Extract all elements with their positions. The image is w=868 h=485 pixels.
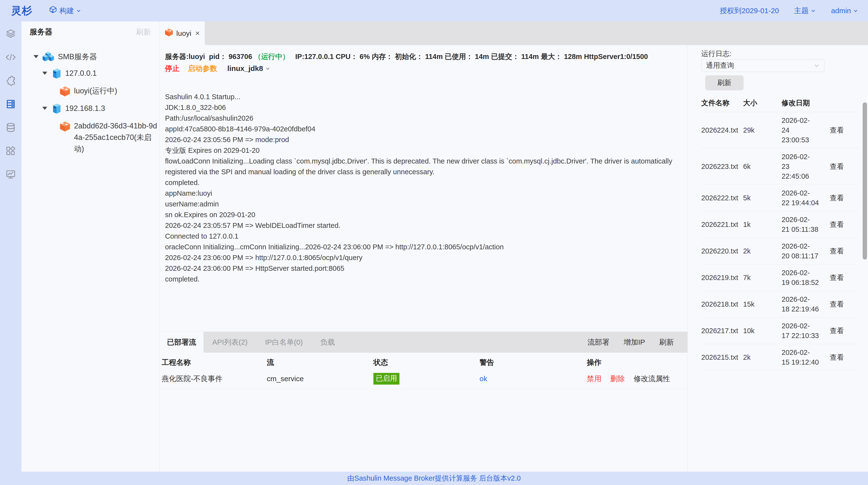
deploy-flow-button[interactable]: 流部署 bbox=[588, 337, 610, 347]
delete-flow-button[interactable]: 删除 bbox=[610, 374, 625, 384]
view-file-link[interactable]: 查看 bbox=[830, 247, 844, 255]
log-line: userName:admin bbox=[165, 199, 680, 209]
file-modified-date: 2026-02- 19 06:18:52 bbox=[782, 264, 830, 291]
column-header-size: 大小 bbox=[743, 95, 782, 112]
view-file-link[interactable]: 查看 bbox=[830, 163, 844, 170]
log-line: 专业版 Expires on 2029-01-20 bbox=[165, 145, 680, 156]
tree-node-label: SMB服务器 bbox=[58, 50, 97, 64]
view-file-link[interactable]: 查看 bbox=[830, 327, 844, 335]
tab-close-icon[interactable]: × bbox=[195, 29, 200, 38]
server-detail-panel: 服务器:luoyi pid： 963706 （运行中） IP:127.0.0.1… bbox=[160, 45, 687, 472]
tab-luoyi[interactable]: luoyi × bbox=[160, 22, 205, 45]
column-header-action bbox=[830, 95, 859, 112]
start-params-button[interactable]: 启动参数 bbox=[188, 64, 217, 74]
file-name: 2026220.txt bbox=[701, 238, 743, 264]
file-modified-date: 2026-02- 20 08:11:17 bbox=[782, 238, 830, 264]
file-modified-date: 2026-02- 17 22:10:33 bbox=[782, 318, 830, 344]
tree-node-label: 192.168.1.3 bbox=[65, 102, 105, 115]
scrollbar-thumb[interactable] bbox=[863, 102, 867, 260]
log-query-select[interactable]: 通用查询 bbox=[701, 59, 825, 72]
file-size: 5k bbox=[743, 185, 782, 211]
column-header-project: 工程名称 bbox=[160, 353, 265, 369]
disable-flow-button[interactable]: 禁用 bbox=[587, 374, 601, 384]
server-action-bar: 停止 启动参数 linux_jdk8 bbox=[160, 63, 687, 74]
file-name: 2026223.txt bbox=[701, 148, 743, 185]
edit-flow-props-button[interactable]: 修改流属性 bbox=[633, 374, 670, 384]
file-size: 6k bbox=[743, 148, 782, 185]
tree-node-host-192[interactable]: 192.168.1.3 bbox=[22, 102, 159, 119]
user-menu[interactable]: admin bbox=[831, 7, 858, 15]
file-modified-date: 2026-02- 23 22:45:06 bbox=[782, 148, 830, 185]
monitor-chart-icon[interactable] bbox=[5, 169, 16, 180]
plugin-icon[interactable] bbox=[5, 75, 16, 86]
tree-node-app-luoyi[interactable]: luoyi(运行中) bbox=[22, 84, 159, 102]
add-ip-button[interactable]: 增加IP bbox=[624, 337, 645, 347]
view-file-link[interactable]: 查看 bbox=[830, 126, 844, 134]
server-status-line: 服务器:luoyi pid： 963706 （运行中） IP:127.0.0.1… bbox=[160, 51, 687, 63]
package-icon bbox=[164, 28, 173, 38]
tab-deployed-flows[interactable]: 已部署流 bbox=[160, 332, 204, 353]
stop-button[interactable]: 停止 bbox=[165, 64, 180, 74]
log-file-row: 2026217.txt 10k 2026-02- 17 22:10:33 查看 bbox=[701, 318, 859, 344]
tab-ip-whitelist[interactable]: IP白名单(0) bbox=[256, 332, 312, 353]
deployed-flows-table: 工程名称 流 状态 警告 操作 燕化医院-不良事件 cm_service 已启用 bbox=[160, 353, 687, 389]
file-name: 2026221.txt bbox=[701, 211, 743, 238]
file-size: 10k bbox=[743, 318, 782, 344]
file-modified-date: 2026-02- 22 19:44:04 bbox=[782, 185, 830, 211]
file-modified-date: 2026-02- 24 23:00:53 bbox=[782, 112, 830, 148]
tree-node-smb-group[interactable]: SMB服务器 bbox=[22, 50, 159, 66]
server-info-prefix: 服务器:luoyi pid： 963706 bbox=[165, 53, 254, 60]
log-line: sn ok.Expires on 2029-01-20 bbox=[165, 209, 680, 220]
log-line: 2026-02-24 23:05:56 PM => mode:prod bbox=[165, 134, 680, 145]
view-file-link[interactable]: 查看 bbox=[830, 194, 844, 202]
database-icon[interactable] bbox=[5, 122, 16, 133]
log-query-select-value: 通用查询 bbox=[706, 61, 813, 70]
package-icon bbox=[59, 121, 70, 137]
cell-flow-name: cm_service bbox=[265, 369, 371, 389]
tab-load[interactable]: 负载 bbox=[312, 332, 344, 353]
server-rack-icon[interactable] bbox=[5, 98, 16, 110]
view-file-link[interactable]: 查看 bbox=[830, 353, 844, 361]
tree-node-label: 127.0.0.1 bbox=[65, 66, 97, 80]
log-file-row: 2026218.txt 15k 2026-02- 18 22:19:46 查看 bbox=[701, 291, 859, 318]
run-logs-label: 运行日志: bbox=[701, 49, 868, 59]
theme-menu[interactable]: 主题 bbox=[794, 6, 816, 16]
table-row: 燕化医院-不良事件 cm_service 已启用 ok 禁用 删除 修改流属性 bbox=[160, 369, 687, 389]
column-header-operations: 操作 bbox=[585, 353, 687, 369]
log-file-row: 2026224.txt 29k 2026-02- 24 23:00:53 查看 bbox=[701, 112, 859, 148]
chevron-down-icon bbox=[811, 8, 816, 13]
collapse-caret-icon[interactable] bbox=[42, 107, 47, 110]
server-running-state: （运行中） bbox=[254, 53, 289, 60]
log-line: appName:luoyi bbox=[165, 188, 680, 199]
view-file-link[interactable]: 查看 bbox=[830, 221, 844, 228]
log-file-row: 2026219.txt 7k 2026-02- 19 06:18:52 查看 bbox=[701, 264, 859, 291]
server-box-icon bbox=[51, 68, 62, 84]
refresh-logs-button[interactable]: 刷新 bbox=[705, 75, 744, 90]
view-file-link[interactable]: 查看 bbox=[830, 300, 844, 308]
footer-bar: 由Sashulin Message Broker提供计算服务 后台版本v2.0 bbox=[0, 472, 868, 485]
tree-node-app-2abdd62d[interactable]: 2abdd62d-36d3-41bb-9d4a-255ac1cecb70(未启动… bbox=[22, 119, 159, 154]
tree-refresh-button[interactable]: 刷新 bbox=[136, 27, 151, 37]
jdk-select[interactable]: linux_jdk8 bbox=[227, 64, 271, 73]
log-line: appId:47ca5800-8b18-4146-979a-402e0fdbef… bbox=[165, 123, 680, 134]
build-menu-label: 构建 bbox=[59, 6, 74, 16]
chevron-down-icon bbox=[76, 8, 81, 13]
file-size: 2k bbox=[743, 238, 782, 264]
startup-log-output[interactable]: Sashulin 4.0.1 Startup... JDK:1.8.0_322-… bbox=[165, 91, 680, 284]
build-menu[interactable]: 构建 bbox=[49, 6, 81, 16]
code-icon[interactable] bbox=[5, 52, 16, 63]
refresh-flows-button[interactable]: 刷新 bbox=[659, 337, 674, 347]
view-file-link[interactable]: 查看 bbox=[830, 274, 844, 282]
log-line: 2026-02-24 23:06:00 PM => http://127.0.0… bbox=[165, 252, 680, 263]
workspace: luoyi × 服务器:luoyi pid： 963706 （运行中） IP:1… bbox=[160, 22, 868, 472]
license-expiry-text: 授权到2029-01-20 bbox=[720, 6, 779, 16]
tree-node-host-127[interactable]: 127.0.0.1 bbox=[22, 66, 159, 84]
file-name: 2026217.txt bbox=[701, 318, 743, 344]
components-icon[interactable] bbox=[5, 145, 16, 156]
collapse-caret-icon[interactable] bbox=[42, 72, 47, 75]
collapse-caret-icon[interactable] bbox=[34, 55, 38, 58]
server-cluster-icon bbox=[42, 52, 55, 66]
log-line: flowLoadConn Initializing...Loading clas… bbox=[165, 156, 680, 177]
tab-api-list[interactable]: API列表(2) bbox=[204, 332, 256, 353]
layers-icon[interactable] bbox=[5, 28, 16, 39]
